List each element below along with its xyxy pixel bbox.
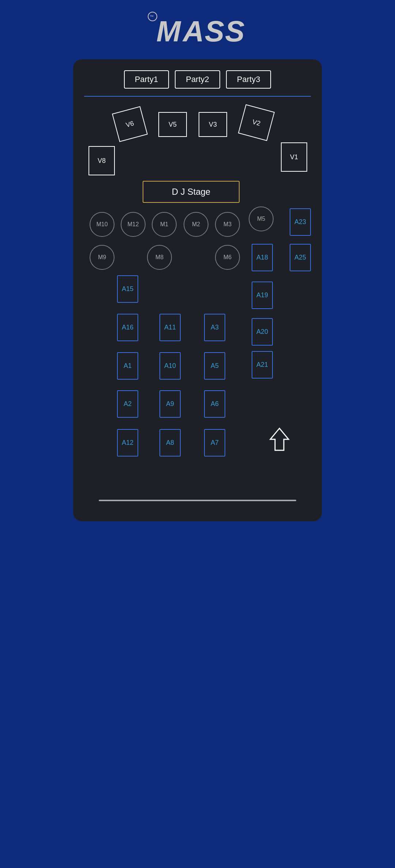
seat-A6[interactable]: A6 xyxy=(204,390,225,418)
map-container: V6 V5 V3 V2 V8 V1 D J Stage M1 xyxy=(80,108,315,503)
seat-V5[interactable]: V5 xyxy=(158,112,187,137)
tab-party2[interactable]: Party2 xyxy=(175,70,220,89)
seat-A1[interactable]: A1 xyxy=(117,352,138,380)
seat-A9[interactable]: A9 xyxy=(159,390,181,418)
seat-A12[interactable]: A12 xyxy=(117,429,138,457)
seat-M2[interactable]: M2 xyxy=(184,212,208,237)
seat-A7[interactable]: A7 xyxy=(204,429,225,457)
seat-V1[interactable]: V1 xyxy=(281,142,307,172)
seat-M3[interactable]: M3 xyxy=(215,212,240,237)
seat-V2[interactable]: V2 xyxy=(238,104,275,141)
seat-A23[interactable]: A23 xyxy=(290,208,311,236)
seat-A21[interactable]: A21 xyxy=(252,351,273,379)
up-arrow-button[interactable] xyxy=(266,426,293,452)
bottom-line xyxy=(99,500,296,501)
seat-M12[interactable]: M12 xyxy=(121,212,146,237)
tab-party3[interactable]: Party3 xyxy=(226,70,271,89)
logo-full: ASS xyxy=(183,15,245,48)
seat-A15[interactable]: A15 xyxy=(117,275,138,303)
seat-M9[interactable]: M9 xyxy=(90,245,114,270)
seat-M1[interactable]: M1 xyxy=(152,212,177,237)
seat-V3[interactable]: V3 xyxy=(199,112,227,137)
page-wrapper: ™ MMASSASS Party1 Party2 Party3 V6 V5 V3 xyxy=(69,15,326,521)
seat-M6[interactable]: M6 xyxy=(215,245,240,270)
seat-V6[interactable]: V6 xyxy=(112,106,148,142)
logo-m: M xyxy=(156,15,183,48)
party-tabs: Party1 Party2 Party3 xyxy=(80,70,315,89)
logo-area: ™ MMASSASS xyxy=(150,15,245,48)
seat-M10[interactable]: M10 xyxy=(90,212,114,237)
seat-M5[interactable]: M5 xyxy=(249,206,274,231)
seat-A20[interactable]: A20 xyxy=(252,318,273,346)
tab-party1[interactable]: Party1 xyxy=(124,70,169,89)
seat-A18[interactable]: A18 xyxy=(252,244,273,271)
seat-A10[interactable]: A10 xyxy=(159,352,181,380)
seat-A5[interactable]: A5 xyxy=(204,352,225,380)
seat-A8[interactable]: A8 xyxy=(159,429,181,457)
seat-A3[interactable]: A3 xyxy=(204,314,225,341)
up-arrow-icon xyxy=(268,426,290,452)
seat-A16[interactable]: A16 xyxy=(117,314,138,341)
seat-A25[interactable]: A25 xyxy=(290,244,311,271)
main-panel: Party1 Party2 Party3 V6 V5 V3 V2 V8 xyxy=(73,59,322,521)
logo-text: ™ MMASSASS xyxy=(150,15,245,48)
logo-wrapper: ™ MMASSASS xyxy=(150,15,245,48)
seat-A19[interactable]: A19 xyxy=(252,282,273,309)
seat-A2[interactable]: A2 xyxy=(117,390,138,418)
seat-V8[interactable]: V8 xyxy=(89,146,115,175)
svg-marker-0 xyxy=(270,428,289,450)
seat-M8[interactable]: M8 xyxy=(147,245,172,270)
dj-stage: D J Stage xyxy=(143,181,240,203)
separator-line xyxy=(84,96,311,97)
seat-A11[interactable]: A11 xyxy=(159,314,181,341)
